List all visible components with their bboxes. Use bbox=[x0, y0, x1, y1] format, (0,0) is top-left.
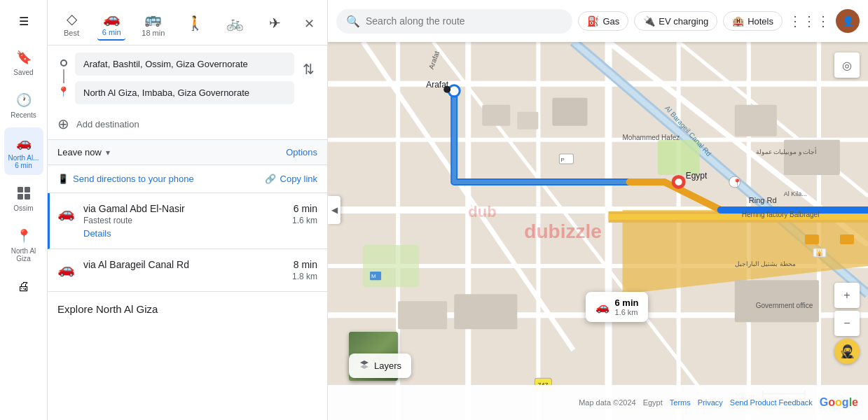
layers-button[interactable]: Layers bbox=[349, 354, 411, 378]
add-destination-label: Add destination bbox=[76, 119, 139, 130]
menu-button[interactable]: ☰ bbox=[10, 7, 38, 35]
saved-icon: 🔖 bbox=[14, 48, 34, 67]
options-button[interactable]: Options bbox=[286, 147, 317, 158]
route-option-1[interactable]: 🚗 via Gamal Abd El-Nasir Fastest route D… bbox=[48, 193, 327, 249]
popup-car-icon: 🚗 bbox=[595, 300, 609, 314]
route-dist-2: 1.8 km bbox=[292, 272, 317, 281]
layers-label: Layers bbox=[374, 360, 401, 371]
sidebar-item-saved[interactable]: 🔖 Saved bbox=[4, 42, 43, 82]
svg-rect-1 bbox=[25, 187, 30, 192]
grid-icon[interactable]: ⋮⋮⋮ bbox=[788, 13, 830, 29]
leave-now-button[interactable]: Leave now ▾ bbox=[57, 147, 110, 158]
driving-icon: 🚗 bbox=[14, 133, 34, 153]
layers-icon bbox=[359, 359, 370, 372]
details-link-1[interactable]: Details bbox=[83, 228, 284, 239]
svg-text:Al Kila...: Al Kila... bbox=[784, 190, 807, 197]
phone-icon: 📱 bbox=[57, 174, 69, 184]
svg-rect-30 bbox=[735, 105, 777, 136]
bottom-icon: 🖨 bbox=[14, 276, 34, 296]
collapse-panel-button[interactable]: ◀ bbox=[328, 196, 340, 224]
search-input[interactable] bbox=[366, 15, 563, 27]
destination-dot: 📍 bbox=[57, 86, 69, 97]
car-route-icon-2: 🚗 bbox=[57, 259, 75, 277]
svg-text:Ring Rd: Ring Rd bbox=[749, 196, 777, 204]
privacy-link[interactable]: Privacy bbox=[698, 398, 723, 407]
sidebar-label-north-al-giza: North Al Giza bbox=[7, 247, 41, 262]
svg-text:🕌: 🕌 bbox=[815, 248, 824, 257]
hotels-chip[interactable]: 🏨 Hotels bbox=[723, 11, 783, 31]
route-sub-1: Fastest route bbox=[83, 216, 284, 225]
share-row: 📱 Send directions to your phone 🔗 Copy l… bbox=[48, 165, 327, 193]
route-meta-2: 8 min 1.8 km bbox=[292, 259, 317, 281]
sidebar-item-north-al-giza[interactable]: 📍 North Al Giza bbox=[4, 220, 43, 268]
transit-icon: 🚌 bbox=[144, 10, 162, 27]
copy-link-label: Copy link bbox=[280, 174, 317, 184]
route-dist-1: 1.6 km bbox=[292, 216, 317, 225]
add-destination-row[interactable]: ⊕ Add destination bbox=[48, 111, 327, 140]
popup-distance: 1.6 km bbox=[615, 308, 639, 316]
gas-icon: ⛽ bbox=[587, 15, 599, 27]
mode-flight[interactable]: ✈ bbox=[261, 12, 289, 36]
terms-link[interactable]: Terms bbox=[670, 398, 691, 407]
narrow-sidebar: ☰ 🔖 Saved 🕐 Recents 🚗 North Al... 6 min … bbox=[0, 0, 48, 420]
mode-car[interactable]: 🚗 6 min bbox=[97, 7, 125, 41]
zoom-in-button[interactable]: + bbox=[834, 283, 860, 308]
zoom-in-icon: + bbox=[843, 289, 850, 302]
copy-link-button[interactable]: 🔗 Copy link bbox=[265, 174, 317, 184]
leave-now-label: Leave now bbox=[57, 147, 102, 158]
ev-chip[interactable]: 🔌 EV charging bbox=[634, 11, 717, 31]
walk-icon: 🚶 bbox=[186, 15, 204, 31]
route-line bbox=[63, 69, 64, 83]
zoom-out-icon: − bbox=[843, 317, 850, 330]
zoom-out-button[interactable]: − bbox=[834, 311, 860, 336]
destination-input[interactable] bbox=[75, 81, 294, 104]
sidebar-label-recents: Recents bbox=[11, 111, 36, 119]
search-box[interactable]: 🔍 bbox=[336, 9, 572, 34]
sidebar-item-recents[interactable]: 🕐 Recents bbox=[4, 85, 43, 125]
car-mode-icon: 🚗 bbox=[103, 10, 120, 27]
ev-icon: 🔌 bbox=[643, 15, 655, 27]
feedback-link[interactable]: Send Product Feedback bbox=[730, 398, 813, 407]
gas-chip[interactable]: ⛽ Gas bbox=[578, 11, 628, 31]
send-directions-button[interactable]: 📱 Send directions to your phone bbox=[57, 174, 194, 184]
svg-text:محطة بشتيل الباراجيل: محطة بشتيل الباراجيل bbox=[735, 260, 796, 268]
svg-rect-25 bbox=[658, 140, 700, 175]
origin-input[interactable] bbox=[75, 52, 294, 76]
svg-text:dub: dub bbox=[468, 203, 496, 220]
svg-rect-31 bbox=[784, 140, 840, 175]
sidebar-item-bottom[interactable]: 🖨 bbox=[4, 271, 43, 302]
svg-text:M: M bbox=[371, 273, 376, 279]
svg-marker-69 bbox=[360, 365, 368, 369]
hotels-icon: 🏨 bbox=[732, 15, 744, 27]
leave-now-chevron: ▾ bbox=[106, 148, 110, 158]
street-view-button[interactable]: 🥷 bbox=[834, 339, 860, 364]
popup-content: 6 min 1.6 km bbox=[615, 298, 639, 316]
map-bottom-bar: Map data ©2024 Egypt Terms Privacy Send … bbox=[328, 385, 868, 420]
sidebar-item-driving[interactable]: 🚗 North Al... 6 min bbox=[4, 127, 43, 175]
hamburger-icon: ☰ bbox=[19, 15, 29, 28]
search-icon: 🔍 bbox=[346, 15, 360, 28]
mode-best[interactable]: ◇ Best bbox=[57, 8, 85, 40]
route-name-2: via Al Barageil Canal Rd bbox=[83, 259, 284, 270]
recents-icon: 🕐 bbox=[14, 90, 34, 110]
svg-rect-29 bbox=[552, 98, 587, 126]
car-route-icon-1: 🚗 bbox=[57, 203, 75, 221]
transport-modes-bar: ◇ Best 🚗 6 min 🚌 18 min 🚶 🚲 ✈ ✕ bbox=[48, 0, 327, 46]
mode-walk[interactable]: 🚶 bbox=[181, 12, 209, 36]
svg-point-42 bbox=[443, 86, 450, 93]
user-avatar[interactable]: 👤 bbox=[836, 9, 860, 33]
flight-icon: ✈ bbox=[269, 15, 281, 31]
location-button[interactable]: ◎ bbox=[834, 52, 860, 78]
mode-bike[interactable]: 🚲 bbox=[221, 12, 249, 36]
svg-rect-28 bbox=[517, 112, 538, 130]
sidebar-item-ossim[interactable]: Ossim bbox=[4, 178, 43, 218]
route-time-1: 6 min bbox=[292, 203, 317, 214]
svg-rect-27 bbox=[482, 105, 510, 126]
close-directions-button[interactable]: ✕ bbox=[301, 13, 317, 34]
swap-routes-button[interactable]: ⇅ bbox=[300, 58, 317, 80]
route-option-2[interactable]: 🚗 via Al Barageil Canal Rd 8 min 1.8 km bbox=[48, 249, 327, 292]
collapse-icon: ◀ bbox=[331, 205, 338, 215]
map-controls-bottom: + − 🥷 bbox=[834, 283, 860, 364]
mode-transit[interactable]: 🚌 18 min bbox=[137, 8, 169, 40]
svg-rect-59 bbox=[805, 234, 819, 244]
